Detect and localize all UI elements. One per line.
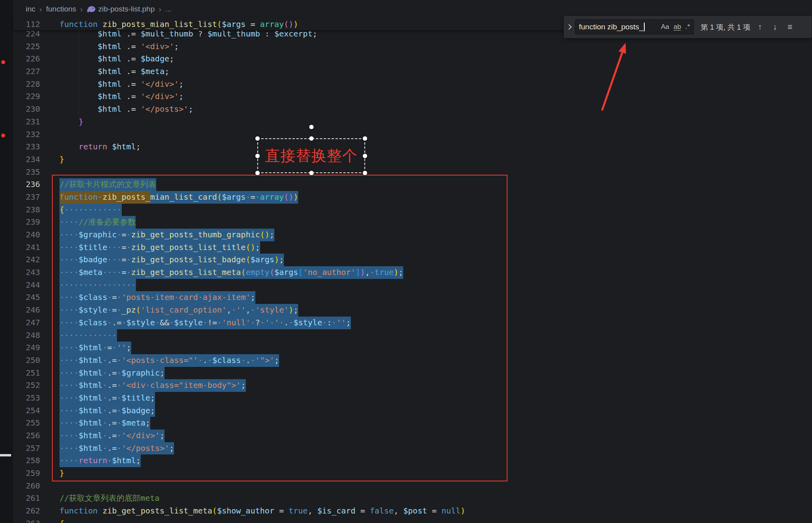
line-number: 234 bbox=[13, 153, 46, 166]
scrollbar-thumb[interactable] bbox=[0, 454, 11, 456]
line-number: 238 bbox=[13, 204, 46, 216]
code-text: $html .= '</posts>'; bbox=[59, 103, 193, 116]
breadcrumb-item-filename[interactable]: zib-posts-list.php bbox=[98, 5, 155, 13]
code-line[interactable]: 230 $html .= '</posts>'; bbox=[13, 103, 812, 116]
line-number: 240 bbox=[13, 229, 46, 241]
left-rail bbox=[0, 0, 13, 523]
line-number: 253 bbox=[13, 392, 46, 405]
line-number: 227 bbox=[13, 65, 46, 78]
breadcrumb-item-inc[interactable]: inc bbox=[26, 5, 35, 13]
line-number: 260 bbox=[13, 480, 46, 492]
selection-handle[interactable] bbox=[363, 154, 367, 158]
code-line[interactable]: 262function zib_get_posts_list_meta($sho… bbox=[13, 505, 812, 517]
line-number: 244 bbox=[13, 279, 46, 292]
line-number: 254 bbox=[13, 405, 46, 417]
line-number: 252 bbox=[13, 379, 46, 392]
breadcrumb-item-symbol[interactable]: ... bbox=[165, 5, 172, 13]
code-line[interactable]: 225 $html .= '<div>'; bbox=[13, 40, 812, 53]
line-number: 235 bbox=[13, 166, 46, 179]
red-marker-dot bbox=[1, 60, 5, 64]
line-number: 262 bbox=[13, 505, 46, 517]
find-input[interactable]: function zib_posts_ Aa ab .* bbox=[575, 19, 694, 34]
breadcrumb-item-functions[interactable]: functions bbox=[46, 5, 76, 13]
selection-handle[interactable] bbox=[363, 171, 367, 175]
line-number: 242 bbox=[13, 254, 46, 266]
line-number: 250 bbox=[13, 354, 46, 367]
code-text: return $html; bbox=[59, 141, 141, 153]
line-number: 249 bbox=[13, 342, 46, 354]
code-line[interactable]: 229 $html .= '</div>'; bbox=[13, 90, 812, 103]
rotate-handle[interactable] bbox=[309, 125, 314, 129]
toggle-replace-chevron-icon[interactable] bbox=[564, 25, 574, 29]
code-text: function zib_get_posts_list_meta($show_a… bbox=[59, 505, 465, 517]
line-number: 229 bbox=[13, 90, 46, 103]
code-line[interactable]: 233 return $html; bbox=[13, 141, 812, 153]
code-line[interactable]: 260 bbox=[13, 480, 812, 492]
selection-handle[interactable] bbox=[309, 136, 314, 141]
code-line[interactable]: 227 $html .= $meta; bbox=[13, 65, 812, 78]
line-number: 263 bbox=[13, 517, 46, 523]
code-line[interactable]: 228 $html .= '</div>'; bbox=[13, 78, 812, 91]
line-number: 226 bbox=[13, 53, 46, 65]
code-text: $html .= '<div>'; bbox=[59, 40, 179, 53]
sticky-code: function zib_posts_mian_list_list($args … bbox=[59, 18, 298, 30]
line-number: 228 bbox=[13, 78, 46, 91]
chevron-right-icon: › bbox=[80, 5, 83, 14]
line-number: 259 bbox=[13, 467, 46, 480]
line-number: 239 bbox=[13, 216, 46, 229]
selection-handle[interactable] bbox=[255, 171, 260, 175]
line-number: 230 bbox=[13, 103, 46, 116]
line-number: 112 bbox=[13, 18, 46, 30]
selection-handle[interactable] bbox=[309, 171, 314, 175]
code-text: //获取文章列表的底部meta bbox=[59, 492, 159, 505]
chevron-right-icon: › bbox=[39, 5, 42, 14]
selection-handle[interactable] bbox=[255, 154, 260, 158]
line-number: 243 bbox=[13, 266, 46, 279]
find-query-text: function zib_posts_ bbox=[579, 23, 643, 31]
line-number: 247 bbox=[13, 317, 46, 329]
code-text: } bbox=[59, 116, 83, 128]
selection-handle[interactable] bbox=[255, 136, 260, 141]
code-text: } bbox=[59, 153, 64, 166]
vscode-editor: inc › functions › zib-posts-list.php › .… bbox=[0, 0, 812, 523]
line-number: 246 bbox=[13, 304, 46, 317]
next-match-button[interactable]: ↓ bbox=[769, 22, 780, 32]
code-text: $html .= '</div>'; bbox=[59, 78, 184, 91]
line-number: 233 bbox=[13, 141, 46, 153]
code-line[interactable]: 231 } bbox=[13, 116, 812, 128]
annotation-arrow bbox=[587, 38, 638, 115]
code-line[interactable]: 261//获取文章列表的底部meta bbox=[13, 492, 812, 505]
line-number: 258 bbox=[13, 454, 46, 467]
find-results-count: 第 1 项, 共 1 项 bbox=[701, 22, 750, 32]
code-text: { bbox=[59, 517, 64, 523]
php-file-icon bbox=[87, 6, 96, 13]
line-number: 225 bbox=[13, 40, 46, 53]
previous-match-button[interactable]: ↑ bbox=[754, 22, 765, 32]
code-line[interactable]: 234} bbox=[13, 153, 812, 166]
code-line[interactable]: 226 $html .= $badge; bbox=[13, 53, 812, 65]
line-number: 256 bbox=[13, 429, 46, 442]
code-line[interactable]: 263{ bbox=[13, 517, 812, 523]
annotation-text: 直接替换整个 bbox=[265, 146, 358, 166]
line-number: 261 bbox=[13, 492, 46, 505]
line-number: 248 bbox=[13, 329, 46, 342]
line-number: 245 bbox=[13, 291, 46, 304]
regex-toggle[interactable]: .* bbox=[686, 23, 690, 31]
line-number: 232 bbox=[13, 128, 46, 141]
selection-handle[interactable] bbox=[363, 136, 367, 141]
find-widget: function zib_posts_ Aa ab .* 第 1 项, 共 1 … bbox=[563, 16, 812, 38]
line-number: 241 bbox=[13, 241, 46, 254]
find-in-selection-button[interactable]: ≡ bbox=[784, 22, 795, 32]
line-number: 255 bbox=[13, 417, 46, 429]
code-text: $html .= $badge; bbox=[59, 53, 174, 65]
red-marker-dot bbox=[1, 134, 5, 137]
indent-guide bbox=[79, 28, 79, 116]
code-line[interactable]: 232 bbox=[13, 128, 812, 141]
line-number: 257 bbox=[13, 442, 46, 455]
line-number: 231 bbox=[13, 116, 46, 128]
annotation-label-box[interactable]: 直接替换整个 bbox=[257, 138, 365, 173]
whole-word-toggle[interactable]: ab bbox=[674, 23, 681, 31]
match-case-toggle[interactable]: Aa bbox=[661, 23, 669, 31]
line-number: 251 bbox=[13, 367, 46, 380]
annotation-rectangle bbox=[52, 175, 508, 481]
